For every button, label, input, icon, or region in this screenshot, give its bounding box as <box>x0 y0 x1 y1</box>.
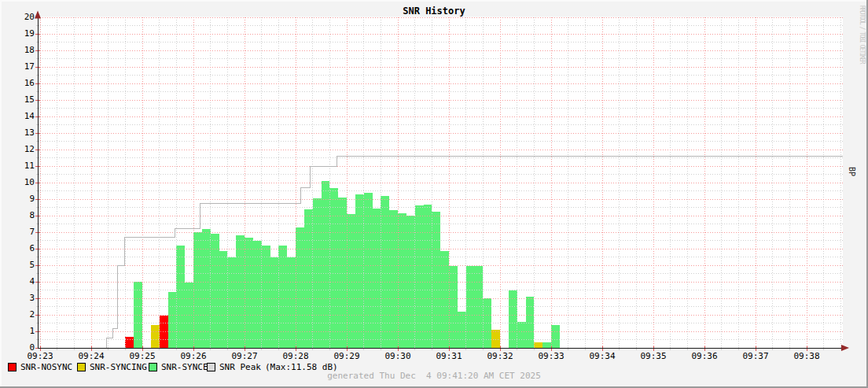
legend-swatch-icon <box>8 363 17 371</box>
y-tick-label: 19 <box>0 28 35 39</box>
y-tick-label: 6 <box>0 243 35 254</box>
y-tick-label: 15 <box>0 94 35 105</box>
x-tick-label: 09:25 <box>125 351 160 362</box>
legend-swatch-icon <box>207 363 215 371</box>
y-tick-label: 14 <box>0 111 35 122</box>
y-tick-label: 4 <box>0 276 35 287</box>
y-tick-label: 1 <box>0 326 35 337</box>
x-tick-label: 09:23 <box>23 351 57 362</box>
legend-swatch-icon <box>149 363 157 371</box>
y-tick-label: 20 <box>0 12 35 23</box>
y-tick-label: 5 <box>0 260 35 271</box>
snr-chart-plot <box>0 0 868 388</box>
x-tick-label: 09:36 <box>687 351 722 362</box>
x-axis-arrow-icon <box>841 345 849 351</box>
y-tick-label: 13 <box>0 127 35 139</box>
x-tick-label: 09:35 <box>636 351 671 362</box>
x-tick-label: 09:37 <box>738 351 773 362</box>
x-tick-label: 09:38 <box>789 351 824 362</box>
x-tick-label: 09:29 <box>329 351 364 362</box>
y-tick-label: 8 <box>0 210 35 221</box>
y-tick-label: 3 <box>0 293 35 304</box>
y-tick-label: 7 <box>0 227 35 238</box>
right-axis-label: BP <box>848 167 856 176</box>
x-tick-label: 09:32 <box>483 351 517 362</box>
y-tick-label: 12 <box>0 144 35 155</box>
x-tick-label: 09:28 <box>278 351 313 362</box>
generated-timestamp: generated Thu Dec 4 09:41:20 AM CET 2025 <box>0 371 868 381</box>
x-tick-label: 09:33 <box>534 351 568 362</box>
x-tick-label: 09:34 <box>585 351 620 362</box>
x-tick-label: 09:31 <box>432 351 466 362</box>
x-tick-label: 09:26 <box>176 351 211 362</box>
x-tick-label: 09:27 <box>227 351 262 362</box>
y-tick-label: 17 <box>0 61 35 72</box>
x-tick-label: 09:30 <box>381 351 415 362</box>
y-tick-label: 9 <box>0 194 35 205</box>
y-tick-label: 11 <box>0 161 35 172</box>
legend-swatch-icon <box>77 363 86 371</box>
y-tick-label: 18 <box>0 45 35 56</box>
page-title: SNR History <box>0 6 868 17</box>
rrdtool-watermark: RRDTOOL / TOBI OETIKER <box>859 6 866 63</box>
y-tick-label: 2 <box>0 309 35 320</box>
x-tick-label: 09:24 <box>74 351 108 362</box>
snr-history-graph: SNR History 0123456789101112131415161718… <box>0 0 868 388</box>
y-tick-label: 10 <box>0 177 35 188</box>
y-tick-label: 16 <box>0 78 35 89</box>
